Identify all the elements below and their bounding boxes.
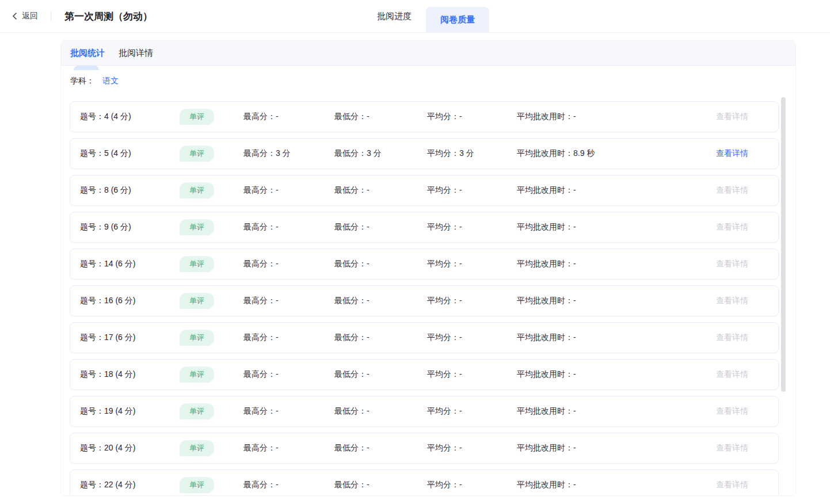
view-detail-link[interactable]: 查看详情 — [716, 148, 748, 159]
single-review-badge: 单评 — [180, 219, 214, 235]
avg-score-label: 平均分： — [427, 406, 459, 415]
avg-score: 平均分：- — [427, 333, 517, 343]
single-review-badge: 单评 — [180, 440, 214, 456]
min-score-label: 最低分： — [334, 148, 367, 158]
view-detail-link: 查看详情 — [716, 185, 748, 196]
avg-score: 平均分：3 分 — [427, 148, 517, 159]
max-score-label: 最高分： — [243, 112, 276, 121]
back-label: 返回 — [22, 11, 38, 21]
avg-score: 平均分：- — [427, 185, 517, 196]
tag-cell: 单评 — [180, 440, 214, 456]
avg-grading-time: 平均批改用时：- — [517, 480, 716, 490]
single-review-badge: 单评 — [180, 293, 214, 309]
single-review-badge: 单评 — [180, 146, 214, 162]
min-score: 最低分：- — [334, 185, 427, 196]
question-number: 题号：16 (6 分) — [80, 296, 180, 306]
back-chevron-icon — [12, 12, 18, 20]
avg-score-label: 平均分： — [427, 222, 459, 231]
avg-score: 平均分：- — [427, 222, 517, 232]
min-score: 最低分：- — [334, 222, 427, 232]
avg-score-label: 平均分： — [427, 443, 459, 452]
min-score: 最低分：3 分 — [334, 148, 427, 159]
question-label: 题号： — [80, 296, 104, 305]
min-score-label: 最低分： — [334, 112, 367, 121]
question-label: 题号： — [80, 148, 104, 158]
max-score-label: 最高分： — [243, 148, 276, 158]
question-row: 题号：17 (6 分) 单评 最高分：- 最低分：- 平均分：- 平均批改用时：… — [70, 322, 779, 353]
avg-grading-time-label: 平均批改用时： — [517, 369, 573, 379]
single-review-badge: 单评 — [180, 366, 214, 383]
avg-score-label: 平均分： — [427, 259, 459, 268]
avg-grading-time: 平均批改用时：- — [517, 406, 716, 417]
top-tabs: 批阅进度 阅卷质量 — [369, 0, 489, 33]
min-score: 最低分：- — [334, 296, 427, 306]
grading-quality-panel: 批阅统计 批阅详情 学科： 语文 题号：4 (4 分) 单评 最高分：- 最低分… — [60, 40, 796, 496]
min-score: 最低分：- — [334, 406, 427, 417]
max-score: 最高分：- — [243, 259, 334, 269]
min-score: 最低分：- — [334, 443, 427, 453]
max-score: 最高分：- — [243, 333, 334, 343]
top-bar: 返回 第一次周测（勿动） 批阅进度 阅卷质量 — [0, 0, 830, 33]
avg-score: 平均分：- — [427, 406, 517, 417]
tab-grading-quality[interactable]: 阅卷质量 — [426, 7, 489, 33]
tag-cell: 单评 — [180, 330, 214, 346]
question-number: 题号：17 (6 分) — [80, 333, 180, 343]
avg-grading-time-label: 平均批改用时： — [517, 406, 573, 415]
subject-option-chinese[interactable]: 语文 — [102, 76, 119, 86]
max-score: 最高分：- — [243, 406, 334, 417]
tab-review-details[interactable]: 批阅详情 — [119, 48, 153, 59]
max-score-label: 最高分： — [243, 222, 276, 231]
tag-cell: 单评 — [180, 109, 214, 125]
avg-score-label: 平均分： — [427, 185, 459, 194]
max-score-label: 最高分： — [243, 480, 276, 489]
max-score-label: 最高分： — [243, 185, 276, 194]
header-divider — [51, 11, 51, 21]
min-score-label: 最低分： — [334, 185, 367, 194]
question-row: 题号：9 (6 分) 单评 最高分：- 最低分：- 平均分：- 平均批改用时：-… — [70, 212, 779, 243]
view-detail-link: 查看详情 — [716, 333, 748, 343]
max-score: 最高分：- — [243, 480, 334, 490]
question-label: 题号： — [80, 222, 104, 231]
max-score: 最高分：- — [243, 296, 334, 306]
question-label: 题号： — [80, 443, 104, 452]
subject-row: 学科： 语文 — [70, 76, 795, 86]
max-score-label: 最高分： — [243, 369, 276, 379]
question-number: 题号：20 (4 分) — [80, 443, 180, 453]
single-review-badge: 单评 — [180, 477, 214, 493]
avg-score: 平均分：- — [427, 259, 517, 269]
min-score: 最低分：- — [334, 480, 427, 490]
avg-grading-time: 平均批改用时：- — [517, 112, 716, 122]
view-detail-link: 查看详情 — [716, 112, 748, 122]
avg-grading-time: 平均批改用时：8.9 秒 — [517, 148, 716, 159]
min-score-label: 最低分： — [334, 259, 367, 268]
question-row: 题号：8 (6 分) 单评 最高分：- 最低分：- 平均分：- 平均批改用时：-… — [70, 175, 779, 206]
question-row: 题号：19 (4 分) 单评 最高分：- 最低分：- 平均分：- 平均批改用时：… — [70, 396, 779, 427]
avg-grading-time: 平均批改用时：- — [517, 185, 716, 196]
tag-cell: 单评 — [180, 477, 214, 493]
avg-score: 平均分：- — [427, 443, 517, 453]
avg-score-label: 平均分： — [427, 148, 459, 158]
question-number: 题号：5 (4 分) — [80, 148, 180, 159]
tag-cell: 单评 — [180, 256, 214, 272]
tag-cell: 单评 — [180, 293, 214, 309]
single-review-badge: 单评 — [180, 330, 214, 346]
tab-review-progress[interactable]: 批阅进度 — [369, 0, 420, 33]
avg-score: 平均分：- — [427, 112, 517, 122]
question-label: 题号： — [80, 480, 104, 489]
max-score: 最高分：- — [243, 443, 334, 453]
max-score-label: 最高分： — [243, 443, 276, 452]
scrollbar-thumb[interactable] — [781, 97, 786, 392]
avg-grading-time: 平均批改用时：- — [517, 296, 716, 306]
question-row: 题号：18 (4 分) 单评 最高分：- 最低分：- 平均分：- 平均批改用时：… — [70, 359, 779, 390]
view-detail-link: 查看详情 — [716, 259, 748, 269]
question-row: 题号：14 (6 分) 单评 最高分：- 最低分：- 平均分：- 平均批改用时：… — [70, 249, 779, 280]
tab-review-statistics[interactable]: 批阅统计 — [70, 48, 105, 59]
view-detail-link: 查看详情 — [716, 480, 748, 490]
avg-grading-time-label: 平均批改用时： — [517, 148, 573, 158]
question-number: 题号：22 (4 分) — [80, 480, 180, 490]
max-score: 最高分：- — [243, 369, 334, 380]
avg-score-label: 平均分： — [427, 369, 459, 379]
back-button[interactable]: 返回 — [12, 0, 38, 32]
panel-tabs: 批阅统计 批阅详情 — [61, 41, 795, 66]
avg-grading-time-label: 平均批改用时： — [517, 443, 573, 452]
